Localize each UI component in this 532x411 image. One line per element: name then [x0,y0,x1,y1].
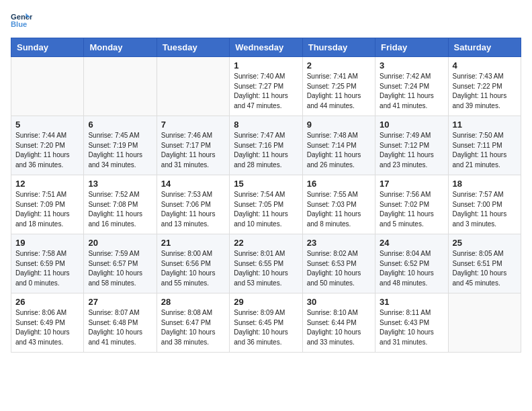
day-number: 21 [161,238,225,248]
day-header-tuesday: Tuesday [157,38,229,57]
calendar-cell: 27Sunrise: 8:07 AM Sunset: 6:48 PM Dayli… [84,293,157,353]
day-info: Sunrise: 7:51 AM Sunset: 7:09 PM Dayligh… [15,190,79,229]
day-info: Sunrise: 7:53 AM Sunset: 7:06 PM Dayligh… [161,190,225,229]
calendar-cell: 6Sunrise: 7:45 AM Sunset: 7:19 PM Daylig… [84,116,157,175]
day-info: Sunrise: 7:52 AM Sunset: 7:08 PM Dayligh… [88,190,152,229]
day-header-sunday: Sunday [11,38,84,57]
day-header-thursday: Thursday [302,38,375,57]
calendar-cell: 29Sunrise: 8:09 AM Sunset: 6:45 PM Dayli… [230,293,302,353]
day-number: 7 [161,120,225,130]
calendar-cell: 19Sunrise: 7:58 AM Sunset: 6:59 PM Dayli… [11,234,84,293]
day-info: Sunrise: 7:47 AM Sunset: 7:16 PM Dayligh… [234,131,298,170]
day-number: 18 [453,179,517,189]
calendar-cell: 14Sunrise: 7:53 AM Sunset: 7:06 PM Dayli… [157,175,229,234]
calendar-cell: 3Sunrise: 7:42 AM Sunset: 7:24 PM Daylig… [375,57,448,116]
calendar-cell: 11Sunrise: 7:50 AM Sunset: 7:11 PM Dayli… [448,116,521,175]
calendar-cell [84,57,157,116]
day-number: 22 [234,238,298,248]
day-number: 5 [15,120,79,130]
day-number: 15 [234,179,298,189]
day-info: Sunrise: 7:50 AM Sunset: 7:11 PM Dayligh… [453,131,517,170]
day-number: 16 [307,179,371,189]
day-number: 2 [307,60,371,71]
calendar-cell: 16Sunrise: 7:55 AM Sunset: 7:03 PM Dayli… [302,175,375,234]
page-header: General Blue [11,11,521,30]
day-info: Sunrise: 8:08 AM Sunset: 6:47 PM Dayligh… [161,308,225,347]
day-info: Sunrise: 7:54 AM Sunset: 7:05 PM Dayligh… [234,190,298,229]
calendar-cell: 17Sunrise: 7:56 AM Sunset: 7:02 PM Dayli… [375,175,448,234]
calendar-cell: 1Sunrise: 7:40 AM Sunset: 7:27 PM Daylig… [230,57,302,116]
calendar-cell: 12Sunrise: 7:51 AM Sunset: 7:09 PM Dayli… [11,175,84,234]
calendar-cell: 22Sunrise: 8:01 AM Sunset: 6:55 PM Dayli… [230,234,302,293]
day-info: Sunrise: 7:57 AM Sunset: 7:00 PM Dayligh… [453,190,517,229]
day-info: Sunrise: 7:48 AM Sunset: 7:14 PM Dayligh… [307,131,371,170]
day-header-friday: Friday [375,38,448,57]
logo: General Blue [11,11,38,30]
calendar-cell: 23Sunrise: 8:02 AM Sunset: 6:53 PM Dayli… [302,234,375,293]
calendar-cell: 2Sunrise: 7:41 AM Sunset: 7:25 PM Daylig… [302,57,375,116]
day-number: 11 [453,120,517,130]
day-number: 10 [380,120,443,130]
day-header-saturday: Saturday [448,38,521,57]
day-info: Sunrise: 8:07 AM Sunset: 6:48 PM Dayligh… [88,308,152,347]
day-number: 23 [307,238,371,248]
day-info: Sunrise: 7:55 AM Sunset: 7:03 PM Dayligh… [307,190,371,229]
day-number: 1 [234,60,298,71]
calendar-cell: 30Sunrise: 8:10 AM Sunset: 6:44 PM Dayli… [302,293,375,353]
day-header-monday: Monday [84,38,157,57]
calendar-cell: 10Sunrise: 7:49 AM Sunset: 7:12 PM Dayli… [375,116,448,175]
calendar-week-row: 1Sunrise: 7:40 AM Sunset: 7:27 PM Daylig… [11,57,521,116]
day-info: Sunrise: 8:10 AM Sunset: 6:44 PM Dayligh… [307,308,371,347]
calendar-cell: 5Sunrise: 7:44 AM Sunset: 7:20 PM Daylig… [11,116,84,175]
day-number: 26 [15,297,79,307]
day-number: 4 [453,60,517,71]
calendar-cell: 21Sunrise: 8:00 AM Sunset: 6:56 PM Dayli… [157,234,229,293]
day-info: Sunrise: 8:05 AM Sunset: 6:51 PM Dayligh… [453,249,517,288]
day-number: 28 [161,297,225,307]
day-info: Sunrise: 7:46 AM Sunset: 7:17 PM Dayligh… [161,131,225,170]
day-info: Sunrise: 7:59 AM Sunset: 6:57 PM Dayligh… [88,249,152,288]
calendar-cell [157,57,229,116]
day-info: Sunrise: 8:06 AM Sunset: 6:49 PM Dayligh… [15,308,79,347]
day-info: Sunrise: 7:40 AM Sunset: 7:27 PM Dayligh… [234,72,298,111]
calendar-week-row: 5Sunrise: 7:44 AM Sunset: 7:20 PM Daylig… [11,116,521,175]
day-number: 19 [15,238,79,248]
calendar-week-row: 19Sunrise: 7:58 AM Sunset: 6:59 PM Dayli… [11,234,521,293]
day-info: Sunrise: 7:41 AM Sunset: 7:25 PM Dayligh… [307,72,371,111]
day-number: 31 [380,297,443,307]
calendar-cell: 28Sunrise: 8:08 AM Sunset: 6:47 PM Dayli… [157,293,229,353]
calendar-cell: 25Sunrise: 8:05 AM Sunset: 6:51 PM Dayli… [448,234,521,293]
day-number: 29 [234,297,298,307]
day-header-wednesday: Wednesday [230,38,302,57]
calendar-cell: 15Sunrise: 7:54 AM Sunset: 7:05 PM Dayli… [230,175,302,234]
day-info: Sunrise: 7:58 AM Sunset: 6:59 PM Dayligh… [15,249,79,288]
day-number: 6 [88,120,152,130]
calendar-cell [11,57,84,116]
day-info: Sunrise: 8:11 AM Sunset: 6:43 PM Dayligh… [380,308,443,347]
calendar-cell: 31Sunrise: 8:11 AM Sunset: 6:43 PM Dayli… [375,293,448,353]
calendar-week-row: 26Sunrise: 8:06 AM Sunset: 6:49 PM Dayli… [11,293,521,353]
day-number: 17 [380,179,443,189]
day-number: 13 [88,179,152,189]
calendar-week-row: 12Sunrise: 7:51 AM Sunset: 7:09 PM Dayli… [11,175,521,234]
day-number: 9 [307,120,371,130]
day-number: 27 [88,297,152,307]
day-number: 30 [307,297,371,307]
calendar-cell: 4Sunrise: 7:43 AM Sunset: 7:22 PM Daylig… [448,57,521,116]
day-number: 24 [380,238,443,248]
calendar-cell [448,293,521,353]
calendar-cell: 7Sunrise: 7:46 AM Sunset: 7:17 PM Daylig… [157,116,229,175]
day-number: 8 [234,120,298,130]
day-info: Sunrise: 7:44 AM Sunset: 7:20 PM Dayligh… [15,131,79,170]
day-info: Sunrise: 7:42 AM Sunset: 7:24 PM Dayligh… [380,72,443,111]
day-info: Sunrise: 7:45 AM Sunset: 7:19 PM Dayligh… [88,131,152,170]
day-number: 12 [15,179,79,189]
day-info: Sunrise: 8:09 AM Sunset: 6:45 PM Dayligh… [234,308,298,347]
calendar-cell: 26Sunrise: 8:06 AM Sunset: 6:49 PM Dayli… [11,293,84,353]
day-info: Sunrise: 8:01 AM Sunset: 6:55 PM Dayligh… [234,249,298,288]
calendar-header-row: SundayMondayTuesdayWednesdayThursdayFrid… [11,38,521,57]
calendar-cell: 24Sunrise: 8:04 AM Sunset: 6:52 PM Dayli… [375,234,448,293]
day-number: 3 [380,60,443,71]
logo-icon: General Blue [11,11,32,30]
day-number: 25 [453,238,517,248]
